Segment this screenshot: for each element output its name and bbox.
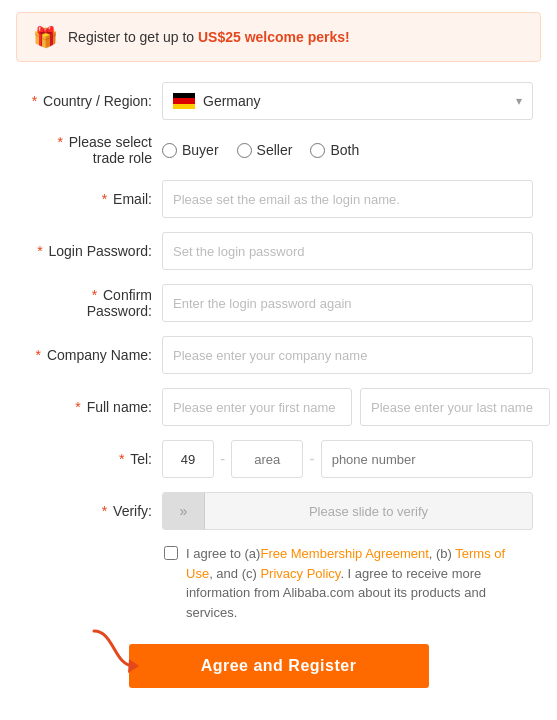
company-row: * Company Name:: [24, 336, 533, 374]
trade-seller-radio[interactable]: [237, 143, 252, 158]
trade-both-option[interactable]: Both: [310, 142, 359, 158]
first-name-input[interactable]: [162, 388, 352, 426]
tel-separator-2: -: [307, 450, 316, 468]
fullname-group: [162, 388, 550, 426]
confirm-password-row: * Confirm Password:: [24, 284, 533, 322]
country-row: * Country / Region: Germany ▾: [24, 82, 533, 120]
banner: 🎁 Register to get up to US$25 welcome pe…: [16, 12, 541, 62]
verify-label: * Verify:: [24, 503, 162, 519]
country-label: * Country / Region:: [24, 93, 162, 109]
trade-buyer-label: Buyer: [182, 142, 219, 158]
verify-handle[interactable]: »: [163, 493, 205, 529]
verify-slider[interactable]: » Please slide to verify: [162, 492, 533, 530]
tel-code-input[interactable]: [162, 440, 214, 478]
chevron-down-icon: ▾: [516, 94, 522, 108]
country-value: Germany: [203, 93, 261, 109]
password-input[interactable]: [162, 232, 533, 270]
privacy-policy-link[interactable]: Privacy Policy: [260, 566, 340, 581]
country-select[interactable]: Germany ▾: [162, 82, 533, 120]
company-input[interactable]: [162, 336, 533, 374]
trade-both-label: Both: [330, 142, 359, 158]
svg-marker-0: [128, 659, 139, 673]
tel-separator-1: -: [218, 450, 227, 468]
company-label: * Company Name:: [24, 347, 162, 363]
agreement-text: I agree to (a)Free Membership Agreement,…: [186, 544, 533, 622]
verify-arrows: »: [180, 503, 188, 519]
verify-text: Please slide to verify: [205, 504, 532, 519]
tel-group: - -: [162, 440, 533, 478]
verify-row: * Verify: » Please slide to verify: [24, 492, 533, 530]
email-label: * Email:: [24, 191, 162, 207]
confirm-password-label: * Confirm Password:: [24, 287, 162, 319]
trade-seller-label: Seller: [257, 142, 293, 158]
email-row: * Email:: [24, 180, 533, 218]
banner-text: Register to get up to US$25 welcome perk…: [68, 29, 350, 45]
trade-both-radio[interactable]: [310, 143, 325, 158]
tel-row: * Tel: - -: [24, 440, 533, 478]
registration-form: * Country / Region: Germany ▾ * Please s…: [0, 74, 557, 720]
tel-area-input[interactable]: [231, 440, 303, 478]
fullname-label: * Full name:: [24, 399, 162, 415]
register-arrow-icon: [84, 626, 154, 676]
free-membership-link[interactable]: Free Membership Agreement: [260, 546, 428, 561]
last-name-input[interactable]: [360, 388, 550, 426]
confirm-password-input[interactable]: [162, 284, 533, 322]
banner-icon: 🎁: [33, 25, 58, 49]
agreement-row: I agree to (a)Free Membership Agreement,…: [164, 544, 533, 622]
agreement-checkbox[interactable]: [164, 546, 178, 560]
password-row: * Login Password:: [24, 232, 533, 270]
fullname-row: * Full name:: [24, 388, 533, 426]
tel-label: * Tel:: [24, 451, 162, 467]
trade-buyer-option[interactable]: Buyer: [162, 142, 219, 158]
trade-role-group: Buyer Seller Both: [162, 142, 359, 158]
trade-role-row: * Please select trade role Buyer Seller …: [24, 134, 533, 166]
arrow-container: [84, 626, 154, 679]
trade-buyer-radio[interactable]: [162, 143, 177, 158]
register-button[interactable]: Agree and Register: [129, 644, 429, 688]
germany-flag: [173, 93, 195, 109]
trade-label: * Please select trade role: [24, 134, 162, 166]
email-input[interactable]: [162, 180, 533, 218]
trade-seller-option[interactable]: Seller: [237, 142, 293, 158]
register-area: Agree and Register: [24, 636, 533, 704]
tel-number-input[interactable]: [321, 440, 533, 478]
password-label: * Login Password:: [24, 243, 162, 259]
